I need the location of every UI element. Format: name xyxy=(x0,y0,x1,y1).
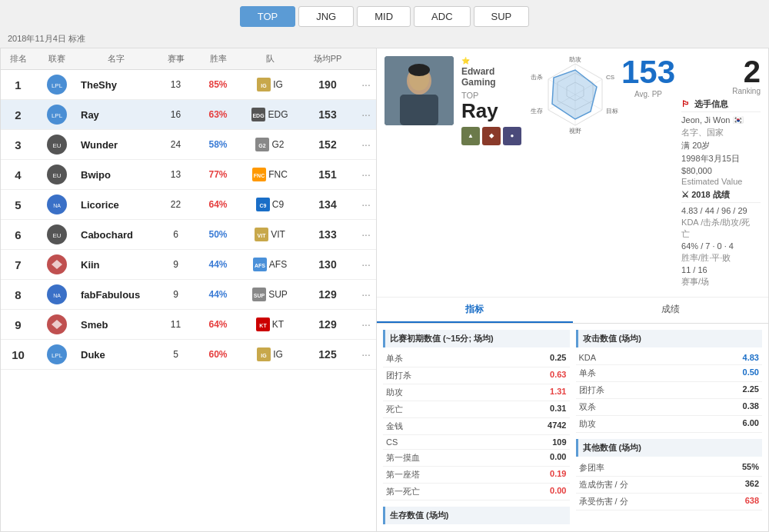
player-kda: 4.83 / 44 / 96 / 29 xyxy=(681,206,747,215)
stat-value: 4.83 xyxy=(743,353,759,362)
svg-point-42 xyxy=(408,64,430,76)
header-games: 赛事 xyxy=(155,53,197,65)
header-rank: 排名 xyxy=(1,53,35,65)
champ-icon-3: ● xyxy=(503,127,521,145)
stat-name: 第一死亡 xyxy=(386,486,420,497)
stat-name: 金钱 xyxy=(386,421,403,432)
player-age: 满 20岁 xyxy=(681,140,710,151)
stat-name: 承受伤害 / 分 xyxy=(579,496,628,507)
more-options[interactable]: ··· xyxy=(355,258,377,271)
table-row[interactable]: 1 LPL TheShy 13 85% IG IG 190 ··· xyxy=(1,70,376,100)
stat-value: 0.38 xyxy=(743,401,759,413)
team-cell: IG IG xyxy=(239,78,301,91)
more-options[interactable]: ··· xyxy=(355,348,377,361)
stats-content: 比赛初期数值 (~15分; 场均) 单杀 0.25 团打杀 0.63 助攻 1.… xyxy=(377,324,768,532)
info-row-kda-label: KDA /击杀/助攻/死亡 xyxy=(681,217,761,240)
more-options[interactable]: ··· xyxy=(355,288,377,301)
stat-row: 第一死亡 0.00 xyxy=(383,484,570,500)
tab-adc[interactable]: ADC xyxy=(414,6,470,27)
team-name-label: FNC xyxy=(268,169,288,180)
games-cell: 9 xyxy=(155,259,197,270)
stat-row: 承受伤害 / 分 638 xyxy=(576,494,763,510)
more-options[interactable]: ··· xyxy=(355,108,377,121)
svg-text:KT: KT xyxy=(259,323,267,328)
table-row[interactable]: 8 NA fabFabulous 9 44% SUP SUP 129 ··· xyxy=(1,280,376,310)
rank-number: 5 xyxy=(1,198,35,211)
tab-sup[interactable]: SUP xyxy=(474,6,530,27)
games-cell: 16 xyxy=(155,109,197,120)
flag-icon: 🏳 xyxy=(681,99,690,108)
more-options[interactable]: ··· xyxy=(355,168,377,181)
player-name-cell: Wunder xyxy=(78,139,155,151)
tab-results[interactable]: 成绩 xyxy=(573,298,769,323)
tab-indicators[interactable]: 指标 xyxy=(377,298,573,323)
more-options[interactable]: ··· xyxy=(355,198,377,211)
stat-row: CS 109 xyxy=(383,435,570,450)
svg-text:C9: C9 xyxy=(259,203,266,208)
header-extra xyxy=(355,53,377,65)
early-game-title: 比赛初期数值 (~15分; 场均) xyxy=(383,330,570,347)
pp-big-number: 153 xyxy=(621,56,675,88)
section-tabs: 指标 成绩 xyxy=(377,298,768,324)
rank-number: 9 xyxy=(1,318,35,331)
svg-text:助攻: 助攻 xyxy=(569,56,581,63)
league-icon: LPL xyxy=(35,344,78,365)
svg-text:LPL: LPL xyxy=(51,112,62,119)
rank-number: 2 xyxy=(1,108,35,121)
info-row-value-label: Estimated Value xyxy=(681,177,761,186)
team-tag: ⭐ xyxy=(461,56,521,65)
stat-name: 团打杀 xyxy=(579,384,604,396)
table-row[interactable]: 6 EU Cabochard 6 50% VIT VIT 133 ··· xyxy=(1,220,376,250)
champ-icon-2: ◆ xyxy=(482,127,501,145)
table-row[interactable]: 5 NA Licorice 22 64% C9 C9 134 ··· xyxy=(1,190,376,220)
team-name-label: VIT xyxy=(271,229,285,240)
header-name: 名字 xyxy=(78,53,155,65)
stat-row: 助攻 6.00 xyxy=(576,416,763,433)
stat-value: 0.25 xyxy=(550,353,566,364)
svg-text:LPL: LPL xyxy=(51,352,62,359)
table-row[interactable]: 2 LPL Ray 16 63% EDG EDG 153 ··· xyxy=(1,100,376,130)
ranking-block: 2 Ranking xyxy=(681,56,761,95)
winrate-cell: 58% xyxy=(197,139,239,150)
table-row[interactable]: 10 LPL Duke 5 60% IG IG 125 ··· xyxy=(1,340,376,370)
tab-mid[interactable]: MID xyxy=(357,6,411,27)
pp-score-cell: 151 xyxy=(301,168,355,181)
more-options[interactable]: ··· xyxy=(355,318,377,331)
stat-row: 团打杀 2.25 xyxy=(576,382,763,399)
info-row-age: 满 20岁 xyxy=(681,140,761,151)
table-row[interactable]: 4 EU Bwipo 13 77% FNC FNC 151 ··· xyxy=(1,160,376,190)
header-team: 队 xyxy=(239,53,301,65)
table-row[interactable]: 7 Kiin 9 44% AFS AFS 130 ··· xyxy=(1,250,376,280)
player-name-cell: Smeb xyxy=(78,319,155,331)
league-icon: EU xyxy=(35,224,78,245)
pp-score-cell: 129 xyxy=(301,318,355,331)
league-icon: EU xyxy=(35,164,78,185)
table-row[interactable]: 9 Smeb 11 64% KT KT 129 ··· xyxy=(1,310,376,340)
stat-row: KDA 4.83 xyxy=(576,351,763,365)
info-row-winloss-label: 胜率/胜·平·败 xyxy=(681,252,761,264)
league-icon: NA xyxy=(35,284,78,305)
table-row[interactable]: 3 EU Wunder 24 58% G2 G2 152 ··· xyxy=(1,130,376,160)
games-cell: 9 xyxy=(155,289,197,300)
pp-label: Avg. PP xyxy=(634,90,662,98)
player-name-cell: Licorice xyxy=(78,199,155,211)
left-panel: 排名 联赛 名字 赛事 胜率 队 场均PP 1 LPL TheShy 13 85… xyxy=(0,48,377,532)
winrate-cell: 85% xyxy=(197,79,239,90)
team-full-name: Edward Gaming xyxy=(461,66,521,88)
player-photo-inner xyxy=(384,56,454,125)
team-cell: EDG EDG xyxy=(239,108,301,121)
league-icon: LPL xyxy=(35,104,78,125)
stat-row: 第一摸血 0.00 xyxy=(383,450,570,467)
more-options[interactable]: ··· xyxy=(355,228,377,241)
player-name-cell: Kiin xyxy=(78,259,155,271)
tab-jng[interactable]: JNG xyxy=(298,6,354,27)
svg-text:CS: CS xyxy=(606,74,614,81)
more-options[interactable]: ··· xyxy=(355,138,377,151)
right-panel: ⭐ Edward Gaming TOP Ray ▲ ◆ ● xyxy=(377,48,769,532)
table-rows-container: 1 LPL TheShy 13 85% IG IG 190 ··· 2 LPL … xyxy=(1,70,376,370)
tab-top[interactable]: TOP xyxy=(240,6,296,27)
winrate-cell: 63% xyxy=(197,109,239,120)
content-area: 排名 联赛 名字 赛事 胜率 队 场均PP 1 LPL TheShy 13 85… xyxy=(0,48,769,532)
champ-icons: ▲ ◆ ● xyxy=(461,127,521,145)
more-options[interactable]: ··· xyxy=(355,78,377,91)
